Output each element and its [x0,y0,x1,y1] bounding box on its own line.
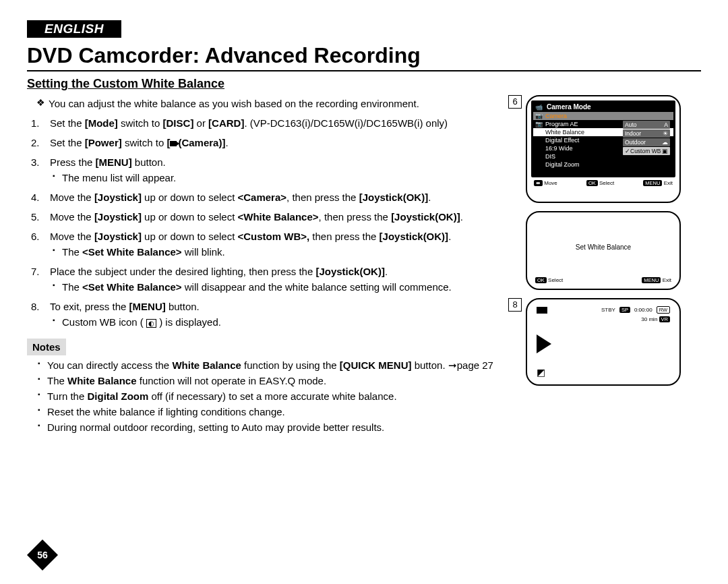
menu-category-active: Camera [545,113,567,119]
exit-label: Exit [664,180,673,186]
menu-item: Digital Zoom [533,160,673,169]
wb-option: ✓Custom WB▣ [623,147,670,155]
step-item: Move the [Joystick] up or down to select… [47,190,515,204]
page-title: DVD Camcorder: Advanced Recording [27,43,701,71]
step-item: To exit, press the [MENU] button.Custom … [47,299,515,329]
language-tag: ENGLISH [27,20,121,38]
section-subtitle: Setting the Custom White Balance [27,77,701,91]
play-icon [537,334,551,353]
instructions-column: You can adjust the white balance as you … [27,95,515,436]
step-sub: The menu list will appear. [62,171,515,185]
step-item: Set the [Power] switch to [(Camera)]. [47,136,515,150]
note-item: During normal outdoor recording, setting… [47,420,515,434]
step-item: Move the [Joystick] up or down to select… [47,210,515,224]
record-screen: STBY SP 0:00:00 RW 30 min VR ◩ [526,298,681,386]
figure-number: 6 [508,95,522,109]
select-label: Select [548,277,563,283]
move-label: Move [544,180,557,186]
ok-chip: OK [535,277,547,283]
camera-icon: 📷 [535,113,543,119]
select-label: Select [599,180,614,186]
sp-badge: SP [619,307,630,313]
time-label: 0:00:00 [634,307,653,313]
wb-option: Outdoor☁ [623,138,670,146]
note-item: You can directly access the White Balanc… [47,358,515,372]
step-sub: Custom WB icon ( ◐ ) is displayed. [62,315,515,329]
figures-column: 6 📹Camera Mode 📷Camera 📷Program AEWhite … [526,95,701,436]
stby-label: STBY [601,307,615,313]
step-item: Move the [Joystick] up or down to select… [47,229,515,259]
set-wb-text: Set White Balance [531,216,675,277]
step-item: Set the [Mode] switch to [DISC] or [CARD… [47,116,515,130]
camcorder-icon: 📹 [535,104,543,111]
rw-badge: RW [657,306,670,314]
exit-label: Exit [663,277,671,283]
step-list: Set the [Mode] switch to [DISC] or [CARD… [27,116,515,329]
note-item: Turn the Digital Zoom off (if necessary)… [47,389,515,403]
figure-8: 8 STBY SP 0:00:00 RW 30 min VR ◩ [526,298,701,386]
notes-list: You can directly access the White Balanc… [27,358,515,434]
step-item: Place the subject under the desired ligh… [47,264,515,294]
wb-option: Indoor☀ [623,129,670,138]
step-sub: The <Set White Balance> will disappear a… [62,280,515,294]
menu-footer: ⬌ Move OK Select MENU Exit [531,180,675,186]
menu-chip: MENU [642,277,661,283]
page-number-badge: 56 [27,539,58,571]
intro-text: You can adjust the white balance as you … [27,96,515,111]
note-item: The White Balance function will not oper… [47,374,515,388]
ok-chip: OK [586,180,598,186]
figure-number: 8 [508,298,522,312]
custom-wb-icon: ◩ [537,367,545,378]
step-item: Press the [MENU] button.The menu list wi… [47,155,515,185]
figure-6: 6 📹Camera Mode 📷Camera 📷Program AEWhite … [526,95,701,203]
vr-badge: VR [659,316,670,322]
step-sub: The <Set White Balance> will blink. [62,245,515,259]
remain-label: 30 min [641,316,657,322]
battery-icon [537,307,547,314]
screen-footer: OK Select MENU Exit [531,277,675,285]
figure-set-wb: Set White Balance OK Select MENU Exit [526,211,701,290]
menu-chip: MENU [643,180,662,186]
wb-option: AutoA [623,121,670,129]
notes-heading: Notes [27,339,66,355]
page-number: 56 [27,539,58,571]
menu-title: Camera Mode [545,103,593,111]
set-wb-screen: Set White Balance OK Select MENU Exit [526,211,681,290]
move-chip: ⬌ [534,180,543,186]
camera-menu-screen: 📹Camera Mode 📷Camera 📷Program AEWhite Ba… [526,95,681,203]
note-item: Reset the white balance if lighting cond… [47,405,515,419]
